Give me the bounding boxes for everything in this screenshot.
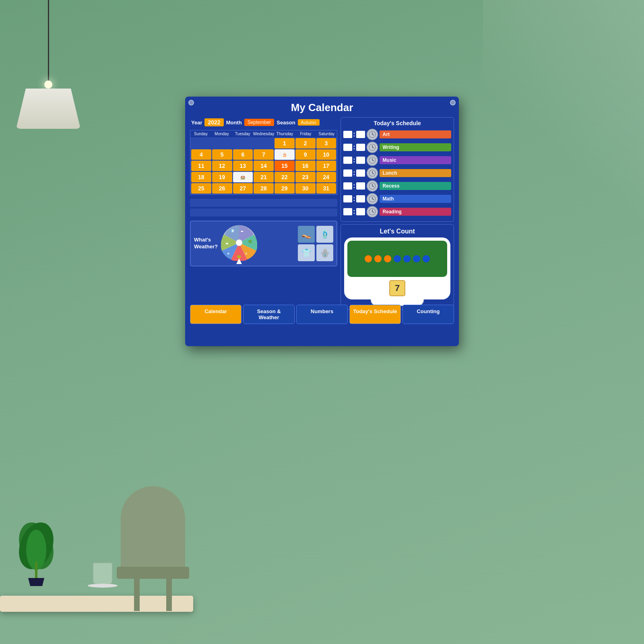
tab-counting[interactable]: Counting <box>402 305 454 324</box>
clock-recess <box>367 180 378 192</box>
cell-empty-1 <box>191 138 211 149</box>
cell-22: 22 <box>275 172 295 182</box>
day-monday: Monday <box>211 130 232 137</box>
time-box-recess-h <box>343 182 352 190</box>
cell-9: 9 <box>295 149 316 160</box>
calendar-grid: Sunday Monday Tuesday Wednesday Thursday… <box>190 130 337 195</box>
chair-leg-left <box>134 579 140 611</box>
cell-4: 4 <box>191 149 211 160</box>
time-recess: : <box>343 182 365 190</box>
tab-numbers[interactable]: Numbers <box>296 305 348 324</box>
right-panel: Today's Schedule : Art <box>341 117 454 302</box>
month-value: September <box>244 119 275 126</box>
blank-row-1 <box>190 199 337 207</box>
time-writing: : <box>343 144 365 151</box>
dot-4 <box>394 255 401 262</box>
schedule-row-lunch: : Lunch <box>343 167 451 179</box>
cell-23: 23 <box>295 172 316 182</box>
count-number: 7 <box>389 280 405 296</box>
weather-icon-3: 👕 <box>298 244 315 261</box>
subject-art: Art <box>380 130 451 138</box>
weather-arrow <box>236 258 242 264</box>
calendar-panel: Year 2022 Month September Season Autumn … <box>190 117 337 302</box>
svg-text:☀: ☀ <box>245 252 248 256</box>
calendar-cells: 1 2 3 4 5 6 7 🎂 9 10 11 12 13 14 15 <box>190 137 337 194</box>
cell-empty-2 <box>212 138 232 149</box>
chair-seat <box>117 567 189 579</box>
tab-todays-schedule[interactable]: Today's Schedule <box>349 305 401 324</box>
cell-1: 1 <box>275 138 295 149</box>
cell-31: 31 <box>316 183 336 194</box>
clock-reading <box>367 206 378 217</box>
day-thursday: Thursday <box>274 130 295 137</box>
time-reading: : <box>343 208 365 215</box>
dot-2 <box>374 255 382 262</box>
subject-recess: Recess <box>380 182 451 190</box>
colon-art: : <box>353 131 355 138</box>
lamp-shade <box>16 89 80 129</box>
year-value: 2022 <box>204 118 223 126</box>
season-value: Autumn <box>298 119 320 126</box>
cell-3: 3 <box>316 138 336 149</box>
cell-10: 10 <box>316 149 336 160</box>
cell-8-img: 🎂 <box>275 149 295 160</box>
mount-hole-tl <box>188 100 194 105</box>
svg-marker-4 <box>28 578 44 586</box>
clock-svg-lunch <box>369 169 376 177</box>
svg-line-16 <box>372 134 374 135</box>
schedule-row-reading: : Reading <box>343 206 451 217</box>
day-friday: Friday <box>295 130 316 137</box>
schedule-row-recess: : Recess <box>343 180 451 192</box>
cell-15: 15 <box>275 161 295 171</box>
bottom-tabs: Calendar Season &Weather Numbers Today's… <box>190 305 454 324</box>
svg-point-6 <box>236 239 242 246</box>
svg-text:❄: ❄ <box>227 252 230 256</box>
count-section: Let's Count 7 <box>341 224 454 310</box>
time-box-writing-h <box>343 144 352 151</box>
svg-line-31 <box>372 199 374 200</box>
svg-line-34 <box>372 212 374 213</box>
tab-season-weather[interactable]: Season &Weather <box>243 305 295 324</box>
schedule-title: Today's Schedule <box>343 120 451 126</box>
clock-svg-writing <box>369 144 376 151</box>
cell-18: 18 <box>191 172 211 182</box>
cell-20-img: 🏫 <box>233 172 253 182</box>
count-machine-body: 7 <box>344 237 450 299</box>
cell-30: 30 <box>295 183 316 194</box>
clock-music <box>367 155 378 166</box>
year-label: Year <box>191 120 202 126</box>
tab-calendar[interactable]: Calendar <box>190 305 242 324</box>
subject-writing: Writing <box>380 143 451 151</box>
time-music: : <box>343 157 365 164</box>
plant <box>8 514 64 588</box>
cell-25: 25 <box>191 183 211 194</box>
lamp-cord <box>48 0 49 80</box>
time-math: : <box>343 195 365 202</box>
cell-7: 7 <box>254 149 274 160</box>
colon-math: : <box>353 195 355 202</box>
clock-svg-reading <box>369 208 376 215</box>
day-saturday: Saturday <box>316 130 337 137</box>
board-main: Year 2022 Month September Season Autumn … <box>190 117 454 302</box>
svg-rect-3 <box>35 562 37 578</box>
schedule-section: Today's Schedule : Art <box>341 117 454 222</box>
colon-music: : <box>353 157 355 164</box>
weather-icon-2: 🩴 <box>316 226 333 243</box>
colon-lunch: : <box>353 169 355 177</box>
day-wednesday: Wednesday <box>253 130 275 137</box>
month-label: Month <box>226 120 242 126</box>
time-art: : <box>343 131 365 138</box>
cell-empty-3 <box>233 138 253 149</box>
schedule-row-writing: : Writing <box>343 142 451 153</box>
time-box-art-m <box>356 131 365 138</box>
subject-music: Music <box>380 156 451 164</box>
svg-line-19 <box>372 147 374 148</box>
dot-1 <box>365 255 372 262</box>
cell-14: 14 <box>254 161 274 171</box>
day-tuesday: Tuesday <box>232 130 253 137</box>
cell-27: 27 <box>233 183 253 194</box>
cell-2: 2 <box>295 138 316 149</box>
dot-6 <box>413 255 420 262</box>
count-board <box>347 241 447 277</box>
cell-13: 13 <box>233 161 253 171</box>
